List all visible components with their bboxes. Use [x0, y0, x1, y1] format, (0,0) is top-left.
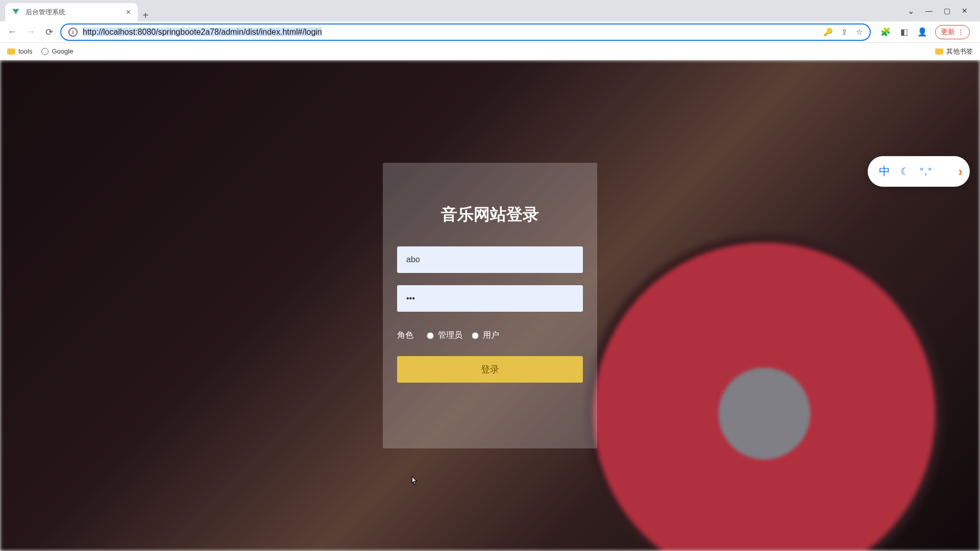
bookmarks-bar: tools Google 其他书签 — [0, 43, 980, 60]
kebab-icon: ⋮ — [957, 28, 964, 36]
profile-icon[interactable]: 👤 — [917, 27, 928, 38]
role-user-option[interactable]: 用户 — [472, 330, 499, 341]
username-input[interactable] — [397, 246, 583, 273]
omnibox-right-icons: 🔑 ⇪ ☆ — [823, 28, 863, 37]
moon-icon[interactable]: ☾ — [900, 165, 910, 178]
update-label: 更新 — [941, 28, 955, 37]
tab-strip: 后台管理系统 × + ⌄ — ▢ ✕ — [0, 0, 980, 21]
chevron-down-icon[interactable]: ⌄ — [908, 6, 914, 16]
share-icon[interactable]: ⇪ — [841, 28, 848, 37]
new-tab-button[interactable]: + — [138, 10, 153, 21]
ime-dots-icon[interactable]: °,° — [920, 166, 933, 177]
address-trailing: 🧩 ◧ 👤 更新 ⋮ — [875, 25, 975, 39]
maximize-icon[interactable]: ▢ — [944, 7, 950, 15]
browser-tab[interactable]: 后台管理系统 × — [5, 3, 138, 21]
reload-button[interactable]: ⟳ — [42, 25, 56, 39]
role-admin-text: 管理员 — [438, 330, 462, 341]
minimize-icon[interactable]: — — [925, 7, 933, 15]
extensions-icon[interactable]: 🧩 — [880, 27, 891, 38]
role-label: 角色 — [397, 330, 413, 341]
globe-icon — [41, 48, 48, 55]
chevron-right-icon[interactable]: › — [958, 164, 963, 180]
close-window-icon[interactable]: ✕ — [962, 7, 968, 15]
role-row: 角色 管理员 用户 — [397, 330, 583, 341]
key-icon[interactable]: 🔑 — [823, 28, 833, 37]
folder-icon — [935, 48, 943, 55]
side-panel-icon[interactable]: ◧ — [898, 27, 910, 38]
role-user-radio[interactable] — [472, 332, 479, 339]
ime-lang-icon[interactable]: 中 — [879, 164, 890, 179]
role-admin-radio[interactable] — [427, 332, 434, 339]
bookmark-tools[interactable]: tools — [7, 47, 32, 55]
folder-icon — [7, 48, 15, 55]
omnibox[interactable]: i http://localhost:8080/springboote2a78/… — [60, 23, 871, 41]
ime-floating-bar[interactable]: 中 ☾ °,° › — [868, 156, 970, 187]
bookmark-label: 其他书签 — [946, 47, 973, 56]
url-text[interactable]: http://localhost:8080/springboote2a78/ad… — [83, 28, 818, 37]
page-viewport: 音乐网站登录 角色 管理员 用户 登录 中 ☾ °,° › — [0, 60, 980, 551]
address-bar: ← → ⟳ i http://localhost:8080/springboot… — [0, 21, 980, 43]
browser-window: 后台管理系统 × + ⌄ — ▢ ✕ ← → ⟳ i http://localh… — [0, 0, 980, 551]
bookmark-other[interactable]: 其他书签 — [935, 47, 973, 56]
back-button[interactable]: ← — [5, 25, 19, 39]
password-input[interactable] — [397, 285, 583, 312]
window-controls: ⌄ — ▢ ✕ — [895, 0, 980, 21]
tab-title: 后台管理系统 — [26, 8, 125, 17]
close-tab-icon[interactable]: × — [125, 8, 132, 17]
login-title: 音乐网站登录 — [397, 204, 583, 226]
role-admin-option[interactable]: 管理员 — [427, 330, 462, 341]
update-button[interactable]: 更新 ⋮ — [935, 25, 970, 39]
bookmark-label: tools — [18, 47, 32, 55]
bookmark-label: Google — [52, 47, 73, 55]
forward-button: → — [23, 25, 38, 39]
star-icon[interactable]: ☆ — [856, 28, 863, 37]
role-user-text: 用户 — [483, 330, 499, 341]
site-info-icon[interactable]: i — [68, 28, 78, 37]
bookmark-google[interactable]: Google — [41, 47, 73, 55]
login-card: 音乐网站登录 角色 管理员 用户 登录 — [383, 163, 597, 448]
login-button[interactable]: 登录 — [397, 356, 583, 383]
vue-favicon-icon — [11, 8, 20, 17]
